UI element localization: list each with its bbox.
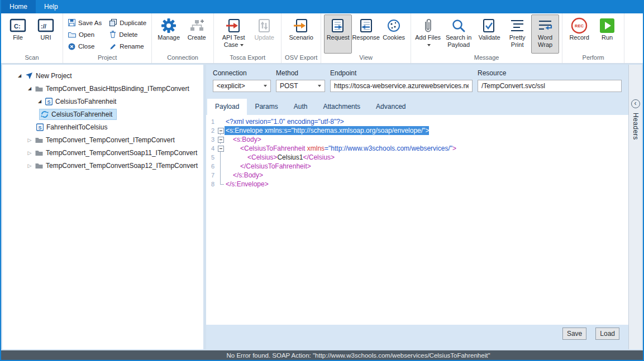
line-number: 4 [206,144,217,153]
headers-panel-tab[interactable]: Headers [632,113,640,140]
api-test-case-button[interactable]: API Test Case [217,15,250,54]
project-tree: ◢ New Project ◢ TempConvert_BasicHttpsBi… [2,65,203,349]
method-label: Method [276,69,325,77]
line-number: 7 [206,171,217,180]
ribbon-group-tosca-export: API Test Case Update Tosca Export [214,13,282,63]
chevron-down-icon [264,85,267,87]
close-button[interactable]: Close [68,41,102,52]
tree-item-request-celsius[interactable]: CelsiusToFahrenheit [2,108,203,121]
tab-advanced[interactable]: Advanced [368,99,413,115]
pretty-print-button[interactable]: Pretty Print [503,15,531,54]
collapsed-icon[interactable]: ▷ [26,137,34,143]
collapsed-icon[interactable]: ▷ [26,163,34,169]
payload-editor[interactable]: 1 <?xml version="1.0" encoding="utf-8"?>… [206,115,628,325]
dropdown-caret-icon [240,44,244,46]
scenario-button[interactable]: Scenario [284,15,318,54]
svg-text:S: S [38,125,41,131]
tab-payload[interactable]: Payload [207,99,247,115]
resource-input[interactable] [478,80,622,92]
dropdown-caret-icon [427,44,431,46]
folder-icon [35,137,43,143]
validate-button[interactable]: Validate [475,15,503,54]
file-scan-button[interactable]: C: File [4,15,32,54]
tab-home[interactable]: Home [1,0,36,13]
fold-collapse-icon[interactable] [217,135,225,144]
tab-help[interactable]: Help [36,0,66,13]
load-payload-button[interactable]: Load [595,328,619,340]
collapsed-icon[interactable]: ▷ [26,150,34,156]
code-line[interactable]: 5 <Celsius>Celsius1</Celsius> [206,153,628,162]
method-select[interactable]: POST [276,80,325,92]
fold-collapse-icon[interactable] [217,126,225,135]
connection-bar: Connection <explicit> Method POST [206,65,628,97]
editor-footer: Save Load [206,325,628,349]
group-label-project: Project [66,54,149,63]
run-button[interactable]: Run [593,15,621,54]
folder-icon [35,150,43,156]
code-line[interactable]: 7 </s:Body> [206,171,628,180]
word-wrap-button[interactable]: Word Wrap [531,15,559,54]
code-line[interactable]: 8 </s:Envelope> [206,180,628,189]
fold-collapse-icon[interactable] [217,144,225,153]
svg-text:://: :// [41,23,46,30]
add-files-button[interactable]: Add Files [414,15,442,54]
tree-item-binding[interactable]: ◢ TempConvert_BasicHttpsBinding_ITempCon… [2,82,203,95]
ribbon-group-connection: Manage Create Connection [152,13,214,63]
pencil-icon [109,43,117,50]
delete-button[interactable]: Delete [109,28,146,40]
tab-auth[interactable]: Auth [286,99,316,115]
tree-item-operation-celsius[interactable]: ◢ S CelsiusToFahrenheit [2,95,203,108]
line-number: 2 [206,126,217,135]
paperclip-icon [422,17,433,34]
svg-text:C:: C: [14,23,21,30]
tree-item-soap11[interactable]: ▷ TempConvert_TempConvertSoap11_ITempCon… [2,146,203,159]
uri-scan-icon: :// [37,17,54,34]
scenario-icon [293,17,309,34]
tree-item-soap12[interactable]: ▷ TempConvert_TempConvertSoap12_ITempCon… [2,159,203,172]
create-connection-button[interactable]: Create [183,15,211,54]
line-number: 1 [206,117,217,126]
endpoint-input[interactable] [330,80,473,92]
code-line-selected[interactable]: 2 <s:Envelope xmlns:s="http://schemas.xm… [206,126,628,135]
word-wrap-icon [537,17,553,34]
duplicate-button[interactable]: Duplicate [109,17,146,28]
expanded-icon[interactable]: ◢ [36,99,44,104]
tree-item-tempconvert[interactable]: ▷ TempConvert_TempConvert_ITempConvert [2,133,203,146]
ribbon-group-scan: C: File :// URI Scan [1,13,63,63]
expanded-icon[interactable]: ◢ [16,73,23,78]
search-in-payload-button[interactable]: Search in Payload [442,15,475,54]
tree-item-new-project[interactable]: ◢ New Project [2,69,203,82]
operation-icon: S [36,123,44,131]
save-as-icon [68,19,75,26]
request-view-button[interactable]: Request [324,15,352,54]
record-button[interactable]: REC Record [565,15,593,54]
folder-icon [35,162,43,169]
expand-headers-chevron-icon[interactable]: ‹ [631,99,640,108]
run-play-icon [599,17,616,34]
cookies-button[interactable]: Cookies [380,15,408,54]
line-number: 6 [206,162,217,171]
folder-icon [35,85,43,92]
code-line[interactable]: 3 <s:Body> [206,135,628,144]
tree-item-operation-fahrenheit[interactable]: S FahrenheitToCelsius [2,121,203,133]
connection-select[interactable]: <explicit> [213,80,271,92]
expanded-icon[interactable]: ◢ [26,86,34,91]
save-payload-button[interactable]: Save [562,328,586,340]
ribbon-group-osv-export: Scenario OSV Export [282,13,321,63]
response-view-button[interactable]: Response [352,15,380,54]
code-line[interactable]: 6 </CelsiusToFahrenheit> [206,162,628,171]
open-button[interactable]: Open [68,28,102,40]
ribbon-group-perform: REC Record Run Perform [562,13,624,63]
save-as-button[interactable]: Save As [68,17,102,28]
code-line[interactable]: 4 <CelsiusToFahrenheit xmlns="http://www… [206,144,628,153]
record-icon: REC [571,17,588,34]
tab-attachments[interactable]: Attachments [315,99,368,115]
tab-params[interactable]: Params [247,99,285,115]
operation-icon: S [45,98,53,105]
ribbon-group-project: Save As Open Close Duplicate [63,13,152,63]
code-line[interactable]: 1 <?xml version="1.0" encoding="utf-8"?> [206,117,628,126]
uri-scan-button[interactable]: :// URI [32,15,60,54]
request-panel: Connection <explicit> Method POST [206,65,642,349]
rename-button[interactable]: Rename [109,41,146,52]
manage-connection-button[interactable]: Manage [155,15,183,54]
